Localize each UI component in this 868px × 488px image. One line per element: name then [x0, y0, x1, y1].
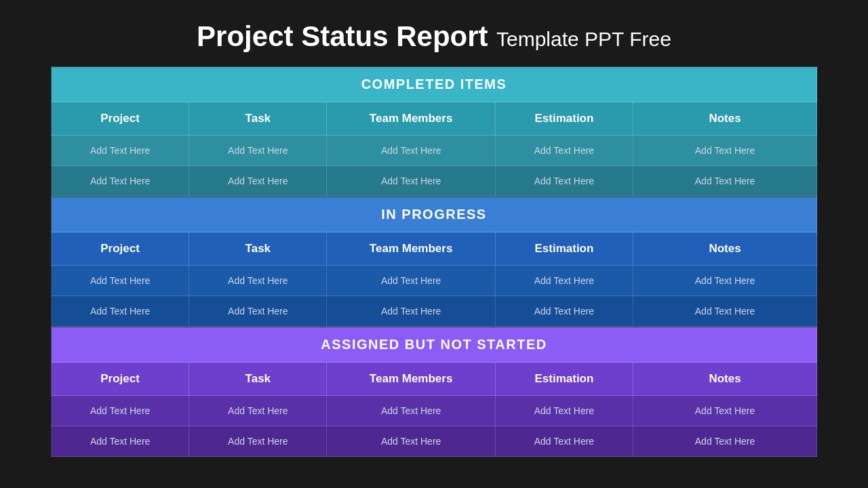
data-cell-assigned-1-4[interactable]: Add Text Here	[633, 426, 817, 457]
table-row: Add Text HereAdd Text HereAdd Text HereA…	[52, 296, 817, 327]
col-header-inprogress-0: Project	[52, 232, 189, 266]
col-header-assigned-0: Project	[52, 363, 189, 396]
col-header-completed-4: Notes	[633, 102, 817, 136]
section-header-inprogress: IN PROGRESS	[52, 197, 817, 232]
data-cell-assigned-1-1[interactable]: Add Text Here	[189, 426, 327, 457]
section-table-completed: COMPLETED ITEMSProjectTaskTeam MembersEs…	[51, 66, 817, 197]
main-table-container: COMPLETED ITEMSProjectTaskTeam MembersEs…	[51, 66, 817, 457]
section-header-assigned: ASSIGNED BUT NOT STARTED	[52, 327, 817, 363]
data-cell-inprogress-0-3[interactable]: Add Text Here	[495, 266, 633, 296]
data-cell-assigned-0-3[interactable]: Add Text Here	[495, 396, 633, 426]
data-cell-completed-0-1[interactable]: Add Text Here	[189, 136, 327, 166]
data-cell-assigned-0-0[interactable]: Add Text Here	[52, 396, 189, 426]
section-table-assigned: ASSIGNED BUT NOT STARTEDProjectTaskTeam …	[51, 327, 817, 457]
col-header-assigned-2: Team Members	[327, 363, 495, 396]
section-header-completed: COMPLETED ITEMS	[52, 67, 817, 102]
data-cell-completed-0-2[interactable]: Add Text Here	[327, 136, 495, 166]
data-cell-completed-0-3[interactable]: Add Text Here	[495, 136, 633, 166]
data-cell-completed-1-4[interactable]: Add Text Here	[633, 166, 817, 197]
data-cell-assigned-0-1[interactable]: Add Text Here	[189, 396, 327, 426]
data-cell-inprogress-1-2[interactable]: Add Text Here	[327, 296, 495, 327]
col-header-assigned-1: Task	[189, 363, 327, 396]
data-cell-completed-1-1[interactable]: Add Text Here	[189, 166, 327, 197]
table-row: Add Text HereAdd Text HereAdd Text HereA…	[52, 136, 817, 166]
data-cell-completed-1-0[interactable]: Add Text Here	[52, 166, 189, 197]
table-row: Add Text HereAdd Text HereAdd Text HereA…	[52, 396, 817, 426]
col-header-completed-0: Project	[52, 102, 189, 136]
data-cell-completed-0-0[interactable]: Add Text Here	[52, 136, 189, 166]
data-cell-assigned-0-4[interactable]: Add Text Here	[633, 396, 817, 426]
col-header-completed-3: Estimation	[495, 102, 633, 136]
data-cell-inprogress-1-1[interactable]: Add Text Here	[189, 296, 327, 327]
col-header-assigned-3: Estimation	[495, 363, 633, 396]
data-cell-inprogress-0-0[interactable]: Add Text Here	[52, 266, 189, 296]
col-header-inprogress-3: Estimation	[495, 232, 633, 266]
data-cell-assigned-1-3[interactable]: Add Text Here	[495, 426, 633, 457]
section-table-inprogress: IN PROGRESSProjectTaskTeam MembersEstima…	[51, 197, 817, 327]
data-cell-completed-0-4[interactable]: Add Text Here	[633, 136, 817, 166]
data-cell-assigned-1-2[interactable]: Add Text Here	[327, 426, 495, 457]
data-cell-inprogress-1-4[interactable]: Add Text Here	[633, 296, 817, 327]
data-cell-assigned-0-2[interactable]: Add Text Here	[327, 396, 495, 426]
data-cell-inprogress-1-3[interactable]: Add Text Here	[495, 296, 633, 327]
page-title-area: Project Status Report Template PPT Free	[0, 0, 868, 66]
col-header-assigned-4: Notes	[633, 363, 817, 396]
data-cell-completed-1-3[interactable]: Add Text Here	[495, 166, 633, 197]
data-cell-inprogress-0-1[interactable]: Add Text Here	[189, 266, 327, 296]
title-bold: Project Status Report	[197, 20, 488, 52]
col-header-completed-2: Team Members	[327, 102, 495, 136]
title-light: Template PPT Free	[496, 28, 671, 50]
data-cell-inprogress-1-0[interactable]: Add Text Here	[52, 296, 189, 327]
table-row: Add Text HereAdd Text HereAdd Text HereA…	[52, 266, 817, 296]
col-header-inprogress-2: Team Members	[327, 232, 495, 266]
data-cell-inprogress-0-2[interactable]: Add Text Here	[327, 266, 495, 296]
table-row: Add Text HereAdd Text HereAdd Text HereA…	[52, 166, 817, 197]
data-cell-assigned-1-0[interactable]: Add Text Here	[52, 426, 189, 457]
col-header-inprogress-4: Notes	[633, 232, 817, 266]
col-header-inprogress-1: Task	[189, 232, 327, 266]
data-cell-inprogress-0-4[interactable]: Add Text Here	[633, 266, 817, 296]
col-header-completed-1: Task	[189, 102, 327, 136]
data-cell-completed-1-2[interactable]: Add Text Here	[327, 166, 495, 197]
table-row: Add Text HereAdd Text HereAdd Text HereA…	[52, 426, 817, 457]
